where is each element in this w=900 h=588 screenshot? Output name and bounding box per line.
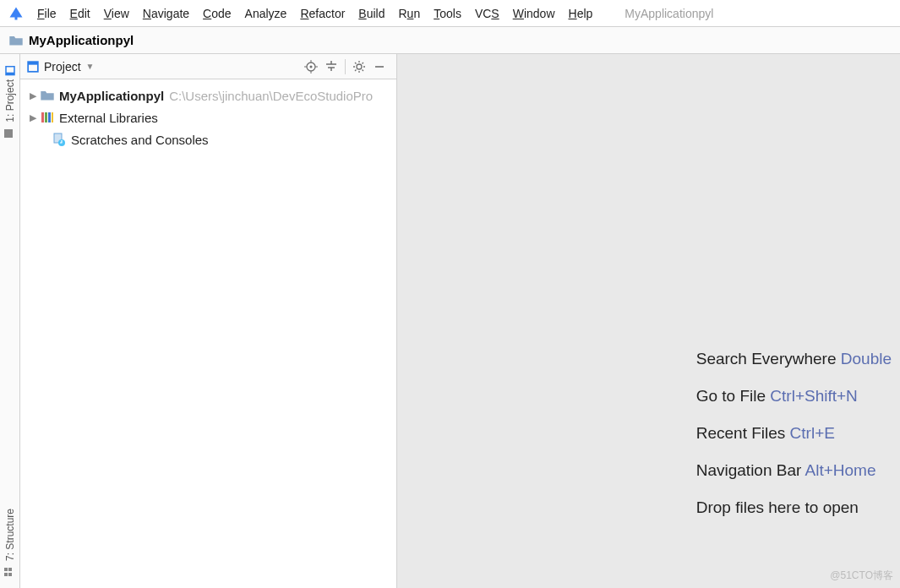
- watermark: @51CTO博客: [830, 569, 893, 583]
- gear-icon: [352, 60, 366, 74]
- menu-refactor[interactable]: Refactor: [293, 3, 352, 24]
- svg-line-19: [355, 63, 357, 64]
- svg-line-22: [363, 63, 364, 64]
- toolbar-divider: [345, 59, 346, 74]
- tool-tab-indicator-icon: [4, 129, 13, 138]
- locate-button[interactable]: [301, 57, 321, 77]
- chevron-down-icon: ▼: [86, 62, 95, 71]
- hint-goto-file: Go to File Ctrl+Shift+N: [696, 387, 892, 406]
- tree-item-label: External Libraries: [59, 111, 158, 125]
- menu-build[interactable]: Build: [352, 3, 391, 24]
- menu-analyze[interactable]: Analyze: [238, 3, 294, 24]
- tree-external-libraries[interactable]: ▶ External Libraries: [24, 106, 393, 128]
- chevron-right-icon[interactable]: ▶: [27, 112, 39, 123]
- svg-line-20: [363, 69, 364, 71]
- editor-empty-state[interactable]: Search Everywhere Double Go to File Ctrl…: [397, 54, 900, 588]
- shortcut: Alt+Home: [805, 461, 876, 479]
- menu-help[interactable]: Help: [562, 3, 600, 24]
- menu-window[interactable]: Window: [506, 3, 562, 24]
- panel-settings-button[interactable]: [349, 57, 369, 77]
- project-view-icon: [27, 61, 39, 73]
- project-view-selector[interactable]: Project ▼: [27, 60, 94, 74]
- svg-line-21: [355, 69, 357, 71]
- scratches-icon: [51, 133, 68, 146]
- chevron-right-icon[interactable]: ▶: [27, 90, 39, 101]
- folder-icon: [8, 35, 24, 46]
- hint-recent-files: Recent Files Ctrl+E: [696, 424, 892, 443]
- libraries-icon: [39, 112, 56, 123]
- project-tree[interactable]: ▶ MyApplicationpyl C:\Users\jinchuan\Dev…: [20, 79, 396, 155]
- menu-navigate[interactable]: Navigate: [136, 3, 196, 24]
- editor-hints: Search Everywhere Double Go to File Ctrl…: [696, 350, 892, 536]
- tool-tab-structure[interactable]: 7: Structure: [4, 509, 16, 561]
- collapse-all-button[interactable]: [321, 57, 341, 77]
- tree-root-path: C:\Users\jinchuan\DevEcoStudioPro: [169, 89, 373, 103]
- svg-rect-26: [48, 112, 51, 122]
- menu-tools[interactable]: Tools: [427, 3, 468, 24]
- main-area: 1: Project 7: Structure Project ▼: [0, 54, 900, 588]
- minimize-icon: [374, 61, 385, 73]
- svg-point-14: [357, 64, 362, 69]
- project-panel-title: Project: [44, 60, 81, 74]
- structure-icon: [4, 568, 13, 576]
- target-icon: [304, 60, 318, 74]
- tree-item-label: Scratches and Consoles: [71, 133, 209, 147]
- shortcut: Ctrl+E: [790, 424, 835, 442]
- left-tool-gutter: 1: Project 7: Structure: [0, 54, 20, 588]
- menu-edit[interactable]: Edit: [63, 3, 97, 24]
- hint-search-everywhere: Search Everywhere Double: [696, 350, 892, 368]
- svg-rect-27: [52, 112, 53, 122]
- shortcut: Double: [841, 350, 892, 368]
- menu-run[interactable]: Run: [391, 3, 427, 24]
- hide-panel-button[interactable]: [369, 57, 390, 77]
- tool-tab-project[interactable]: 1: Project: [4, 66, 16, 122]
- svg-rect-24: [41, 112, 44, 122]
- tree-root-name: MyApplicationpyl: [59, 89, 164, 103]
- hint-drop-files: Drop files here to open: [696, 498, 892, 517]
- project-tool-window: Project ▼ ▶ MyAp: [20, 54, 397, 588]
- tree-scratches[interactable]: Scratches and Consoles: [24, 128, 393, 150]
- menu-bar: File Edit View Navigate Code Analyze Ref…: [0, 0, 900, 27]
- menu-vcs[interactable]: VCS: [468, 3, 506, 24]
- menu-file[interactable]: File: [30, 3, 63, 24]
- hint-navigation-bar: Navigation Bar Alt+Home: [696, 461, 892, 480]
- navigation-bar[interactable]: MyApplicationpyl: [0, 27, 900, 54]
- menu-view[interactable]: View: [97, 3, 136, 24]
- window-project-title: MyApplicationpyl: [625, 7, 713, 20]
- tree-root-row[interactable]: ▶ MyApplicationpyl C:\Users\jinchuan\Dev…: [24, 84, 393, 106]
- svg-rect-25: [45, 112, 47, 122]
- menu-code[interactable]: Code: [196, 3, 237, 24]
- app-logo-icon: [8, 6, 24, 21]
- svg-rect-3: [28, 62, 38, 65]
- folder-icon: [39, 90, 56, 101]
- svg-rect-1: [6, 73, 14, 75]
- project-view-icon: [5, 66, 15, 76]
- shortcut: Ctrl+Shift+N: [770, 387, 857, 405]
- svg-point-5: [310, 65, 313, 68]
- breadcrumb-project[interactable]: MyApplicationpyl: [29, 33, 134, 47]
- collapse-icon: [325, 60, 338, 74]
- project-panel-header: Project ▼: [20, 54, 396, 79]
